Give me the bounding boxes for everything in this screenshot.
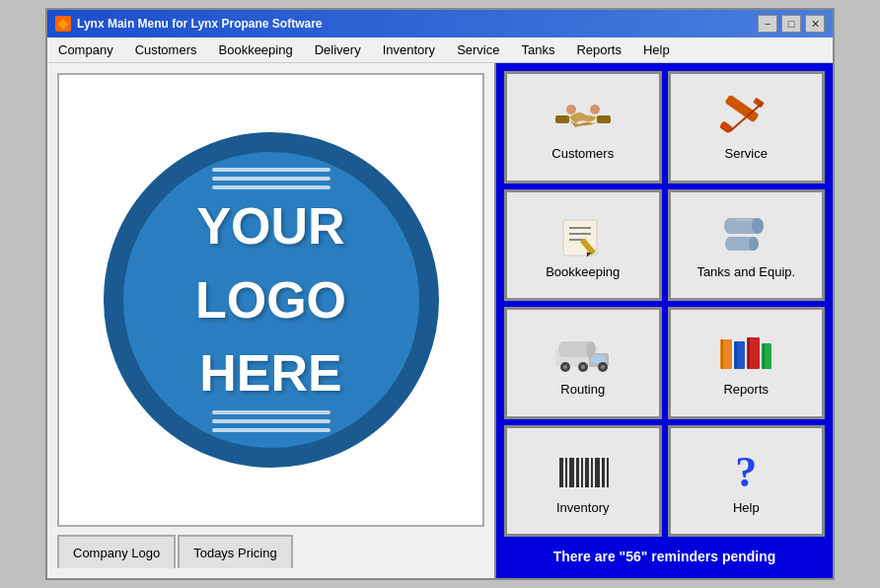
- logo-text-here: HERE: [199, 346, 341, 401]
- company-logo-tab[interactable]: Company Logo: [57, 535, 176, 568]
- help-button[interactable]: ? Help: [668, 425, 826, 538]
- logo-line-3: [212, 185, 330, 189]
- routing-label: Routing: [560, 382, 605, 397]
- svg-rect-49: [607, 458, 609, 487]
- svg-rect-42: [569, 458, 574, 487]
- routing-button[interactable]: Routing: [504, 307, 662, 419]
- svg-rect-48: [602, 458, 605, 487]
- customers-icon: [551, 95, 615, 142]
- reports-button[interactable]: Reports: [668, 307, 826, 419]
- bookkeeping-icon: [551, 213, 615, 260]
- svg-rect-43: [576, 458, 579, 487]
- svg-rect-0: [555, 115, 569, 123]
- svg-point-31: [601, 365, 605, 369]
- logo-line-1: [212, 168, 330, 172]
- close-button[interactable]: ✕: [805, 15, 825, 33]
- grid-area: Customers Service: [504, 71, 825, 537]
- svg-point-15: [752, 218, 764, 234]
- content-area: YOUR LOGO HERE Company Logo Todays Prici…: [47, 63, 833, 578]
- app-icon: 🔶: [55, 16, 71, 32]
- logo-area: YOUR LOGO HERE: [57, 73, 484, 527]
- maximize-button[interactable]: □: [781, 15, 801, 33]
- logo-line-2: [212, 177, 330, 181]
- routing-icon: [551, 331, 615, 378]
- svg-rect-37: [748, 337, 750, 369]
- svg-rect-44: [581, 458, 583, 487]
- menu-bookkeeping[interactable]: Bookkeeping: [208, 37, 304, 62]
- help-icon: ?: [714, 449, 777, 496]
- menu-customers[interactable]: Customers: [124, 37, 208, 62]
- svg-point-29: [581, 365, 585, 369]
- title-controls: − □ ✕: [758, 15, 825, 33]
- main-window: 🔶 Lynx Main Menu for Lynx Propane Softwa…: [45, 8, 835, 580]
- menu-service[interactable]: Service: [446, 37, 510, 62]
- logo-line-6: [212, 428, 330, 432]
- logo-text-logo: LOGO: [195, 273, 346, 328]
- svg-rect-45: [585, 458, 589, 487]
- customers-button[interactable]: Customers: [504, 71, 662, 184]
- menu-inventory[interactable]: Inventory: [372, 37, 446, 62]
- svg-rect-41: [565, 458, 567, 487]
- bookkeeping-button[interactable]: Bookkeeping: [504, 189, 662, 302]
- customers-label: Customers: [551, 146, 614, 161]
- bookkeeping-label: Bookkeeping: [546, 264, 620, 279]
- menu-reports[interactable]: Reports: [565, 37, 632, 62]
- svg-point-27: [563, 365, 567, 369]
- right-panel: Customers Service: [496, 63, 833, 578]
- service-icon: [714, 95, 777, 142]
- logo-line-4: [212, 410, 330, 414]
- svg-point-19: [749, 237, 759, 251]
- tanks-button[interactable]: Tanks and Equip.: [668, 189, 826, 302]
- logo-lines-bottom: [212, 410, 330, 432]
- svg-rect-6: [719, 121, 733, 134]
- reports-icon: [714, 331, 777, 378]
- svg-rect-33: [721, 339, 723, 369]
- logo-circle: YOUR LOGO HERE: [104, 132, 439, 468]
- svg-rect-40: [559, 458, 563, 487]
- svg-point-25: [586, 341, 596, 357]
- svg-rect-46: [591, 458, 593, 487]
- tanks-icon: [714, 213, 777, 260]
- svg-rect-39: [763, 343, 765, 369]
- svg-rect-47: [595, 458, 600, 487]
- reminders-text: There are "56" reminders pending: [504, 543, 825, 570]
- tanks-label: Tanks and Equip.: [697, 264, 795, 279]
- service-label: Service: [725, 146, 768, 161]
- inventory-icon: [551, 449, 615, 496]
- menu-help[interactable]: Help: [632, 37, 681, 62]
- reports-label: Reports: [723, 382, 769, 397]
- logo-lines-top: [212, 168, 330, 189]
- help-label: Help: [733, 500, 760, 515]
- menu-bar: Company Customers Bookkeeping Delivery I…: [47, 37, 833, 63]
- left-panel: YOUR LOGO HERE Company Logo Todays Prici…: [47, 63, 496, 578]
- title-bar-left: 🔶 Lynx Main Menu for Lynx Propane Softwa…: [55, 16, 322, 32]
- minimize-button[interactable]: −: [758, 15, 777, 33]
- svg-rect-1: [597, 115, 611, 123]
- window-title: Lynx Main Menu for Lynx Propane Software: [77, 17, 322, 31]
- menu-tanks[interactable]: Tanks: [510, 37, 565, 62]
- bottom-tabs: Company Logo Todays Pricing: [57, 535, 484, 568]
- svg-rect-35: [735, 341, 737, 369]
- inventory-button[interactable]: Inventory: [504, 425, 662, 538]
- logo-text-your: YOUR: [196, 199, 344, 254]
- service-button[interactable]: Service: [668, 71, 826, 184]
- inventory-label: Inventory: [556, 500, 609, 515]
- menu-company[interactable]: Company: [47, 37, 124, 62]
- menu-delivery[interactable]: Delivery: [304, 37, 372, 62]
- svg-point-2: [566, 105, 576, 114]
- todays-pricing-tab[interactable]: Todays Pricing: [178, 535, 293, 568]
- logo-line-5: [212, 419, 330, 423]
- title-bar: 🔶 Lynx Main Menu for Lynx Propane Softwa…: [47, 10, 833, 37]
- svg-point-3: [590, 105, 600, 114]
